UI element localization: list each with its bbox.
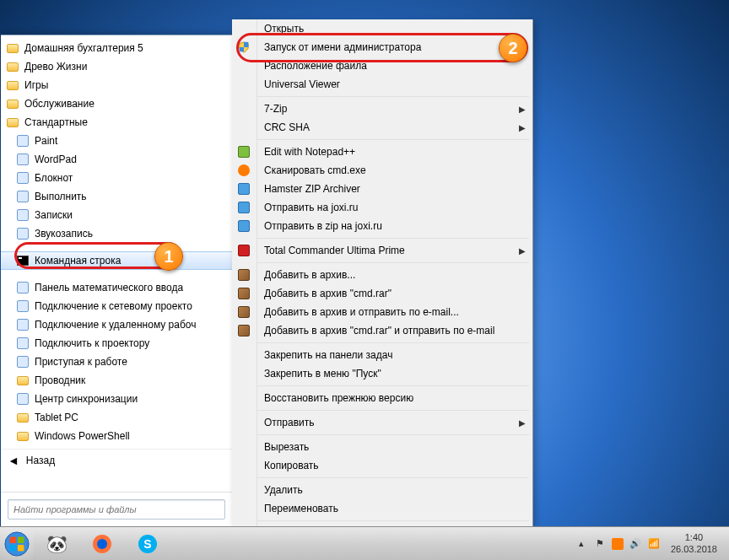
tray-volume-icon[interactable]: 🔊 xyxy=(629,537,642,551)
program-item[interactable]: WordPad xyxy=(1,150,232,169)
folder-item[interactable]: Обслуживание xyxy=(1,94,232,113)
tray-flag-icon[interactable]: ⚑ xyxy=(593,537,607,551)
system-tray: ▴ ⚑ 🔊 📶 1:40 26.03.2018 xyxy=(568,532,729,554)
context-menu-label: Восстановить прежнюю версию xyxy=(264,392,413,404)
program-item[interactable]: Paint xyxy=(1,132,232,150)
program-item-cmd[interactable]: Командная строка xyxy=(1,251,232,270)
context-menu-label: Отправить xyxy=(264,417,315,428)
context-menu-label: Открыть xyxy=(264,23,304,35)
program-item[interactable]: Центр синхронизации xyxy=(1,390,232,408)
back-button[interactable]: ◄ Назад xyxy=(1,449,232,471)
context-menu-label: Расположение файла xyxy=(264,60,367,72)
context-menu-item[interactable]: CRC SHA▶ xyxy=(257,118,532,137)
context-menu-item[interactable]: Hamster ZIP Archiver xyxy=(257,180,532,198)
red-icon xyxy=(237,244,251,257)
sound-recorder-icon xyxy=(16,227,30,240)
shield-icon xyxy=(237,40,251,54)
taskbar-item-skype[interactable]: S xyxy=(126,529,170,559)
folder-icon xyxy=(6,41,19,55)
context-menu-item[interactable]: 7-Zip▶ xyxy=(257,100,532,118)
folder-item[interactable]: Tablet PC xyxy=(1,408,232,427)
context-menu-item[interactable]: Отправить на joxi.ru xyxy=(257,198,532,217)
folder-icon xyxy=(6,78,19,92)
taskbar-item-firefox[interactable] xyxy=(80,529,124,559)
context-menu-item[interactable]: Добавить в архив "cmd.rar" xyxy=(257,284,532,303)
folder-item-expanded[interactable]: Стандартные xyxy=(1,113,232,132)
taskbar-item-app[interactable] xyxy=(171,529,215,559)
program-item-obscured[interactable] xyxy=(1,270,232,278)
context-menu-item[interactable]: Edit with Notepad++ xyxy=(257,143,532,161)
folder-item[interactable]: Древо Жизни xyxy=(1,57,232,76)
folder-label: Стандартные xyxy=(24,116,88,128)
program-item[interactable]: Звукозапись xyxy=(1,224,232,243)
folder-label: Windows PowerShell xyxy=(35,430,130,442)
winrar-icon xyxy=(237,268,251,282)
sticky-notes-icon xyxy=(16,208,30,222)
context-menu-separator xyxy=(257,96,529,97)
context-menu-item[interactable]: Закрепить на панели задач xyxy=(257,346,532,364)
run-icon xyxy=(16,190,30,203)
winrar-icon xyxy=(237,324,251,337)
context-menu-separator xyxy=(257,342,529,343)
context-menu-item[interactable]: Добавить в архив... xyxy=(257,266,532,284)
context-menu-item[interactable]: Universal Viewer xyxy=(257,75,532,94)
context-menu-item[interactable]: Вырезать xyxy=(257,438,532,456)
context-menu-item[interactable]: Отправить в zip на joxi.ru xyxy=(257,217,532,235)
context-menu-item[interactable]: Добавить в архив "cmd.rar" и отправить п… xyxy=(257,321,532,340)
context-menu-item[interactable]: Открыть xyxy=(257,19,532,38)
tray-network-icon[interactable]: 📶 xyxy=(647,537,661,551)
search-input[interactable] xyxy=(8,499,225,520)
context-menu-label: Hamster ZIP Archiver xyxy=(264,183,360,195)
context-menu-item[interactable]: Восстановить прежнюю версию xyxy=(257,389,532,407)
back-label: Назад xyxy=(26,455,55,466)
context-menu-label: Копировать xyxy=(264,460,319,471)
back-arrow-icon: ◄ xyxy=(8,454,19,467)
context-menu-item[interactable]: Запуск от имени администратора xyxy=(257,38,532,57)
context-menu-item[interactable]: Закрепить в меню "Пуск" xyxy=(257,364,532,383)
annotation-callout-1: 1 xyxy=(154,242,183,271)
context-menu-item[interactable]: Расположение файла xyxy=(257,57,532,75)
program-item[interactable]: Проводник xyxy=(1,371,232,390)
program-item[interactable]: Записки xyxy=(1,206,232,224)
program-item[interactable]: Подключить к проектору xyxy=(1,334,232,353)
blue-icon xyxy=(237,219,251,233)
folder-item[interactable]: Windows PowerShell xyxy=(1,427,232,445)
program-label: Звукозапись xyxy=(35,228,93,240)
folder-item[interactable]: Домашняя бухгалтерия 5 xyxy=(1,39,232,57)
program-item[interactable]: Приступая к работе xyxy=(1,353,232,371)
context-menu-label: Отправить на joxi.ru xyxy=(264,202,358,213)
context-menu: ОткрытьЗапуск от имени администратораРас… xyxy=(232,19,533,526)
context-menu-label: Добавить в архив "cmd.rar" xyxy=(264,288,392,299)
context-menu-item[interactable]: Добавить в архив и отправить по e-mail..… xyxy=(257,303,532,321)
folder-label: Tablet PC xyxy=(35,412,78,423)
svg-rect-3 xyxy=(10,536,17,543)
context-menu-item[interactable]: Переименовать xyxy=(257,499,532,518)
folder-item[interactable]: Игры xyxy=(1,76,232,94)
tray-app-icon[interactable] xyxy=(612,538,624,550)
program-item[interactable]: Блокнот xyxy=(1,169,232,187)
taskbar-clock[interactable]: 1:40 26.03.2018 xyxy=(666,532,722,554)
start-button[interactable] xyxy=(0,527,34,561)
context-menu-item[interactable]: Отправить▶ xyxy=(257,413,532,432)
context-menu-item[interactable]: Total Commander Ultima Prime▶ xyxy=(257,241,532,260)
context-menu-label: Сканировать cmd.exe xyxy=(264,164,366,176)
svg-text:S: S xyxy=(143,537,151,551)
program-item[interactable]: Подключение к сетевому проекто xyxy=(1,297,232,315)
program-item[interactable]: Панель математического ввода xyxy=(1,278,232,297)
taskbar-item-panda[interactable]: 🐼 xyxy=(35,529,78,559)
svg-rect-1 xyxy=(240,47,244,51)
cmd-icon xyxy=(16,254,30,267)
sync-center-icon xyxy=(16,392,30,406)
context-menu-item[interactable]: Копировать xyxy=(257,456,532,475)
program-item[interactable]: Выполнить xyxy=(1,187,232,206)
start-menu-list: Домашняя бухгалтерия 5 Древо Жизни Игры … xyxy=(1,35,232,492)
context-menu-item[interactable]: Сканировать cmd.exe xyxy=(257,161,532,180)
program-item-obscured[interactable] xyxy=(1,243,232,251)
winrar-icon xyxy=(237,287,251,300)
math-input-icon xyxy=(16,281,30,294)
context-menu-item[interactable]: Удалить xyxy=(257,481,532,499)
clock-date: 26.03.2018 xyxy=(671,544,717,555)
tray-chevron-icon[interactable]: ▴ xyxy=(575,537,588,551)
program-item[interactable]: Подключение к удаленному рабоч xyxy=(1,315,232,334)
folder-icon xyxy=(16,429,30,443)
